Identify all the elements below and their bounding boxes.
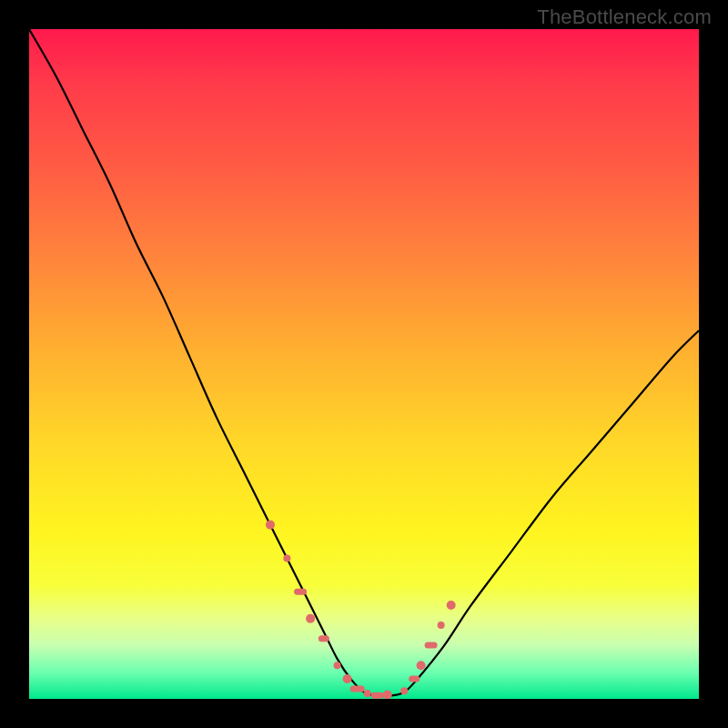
highlight-marker — [447, 601, 456, 610]
highlight-marker — [306, 614, 315, 623]
highlight-marker — [417, 661, 426, 670]
highlight-marker — [425, 642, 438, 649]
bottleneck-curve-path — [29, 29, 699, 696]
highlight-marker — [266, 521, 275, 530]
chart-frame: TheBottleneck.com — [0, 0, 728, 728]
plot-area — [29, 29, 699, 699]
highlight-marker — [343, 674, 352, 683]
highlight-marker — [294, 589, 307, 595]
highlight-markers — [266, 521, 456, 699]
curve-svg — [29, 29, 699, 699]
highlight-marker — [409, 675, 420, 682]
highlight-marker — [364, 690, 371, 697]
highlight-marker — [283, 554, 290, 561]
highlight-marker — [438, 622, 445, 629]
attribution-text: TheBottleneck.com — [537, 5, 712, 29]
highlight-marker — [400, 687, 408, 694]
highlight-marker — [371, 693, 384, 699]
highlight-marker — [350, 685, 365, 692]
highlight-marker — [383, 691, 392, 699]
highlight-marker — [334, 662, 341, 669]
highlight-marker — [318, 635, 329, 642]
